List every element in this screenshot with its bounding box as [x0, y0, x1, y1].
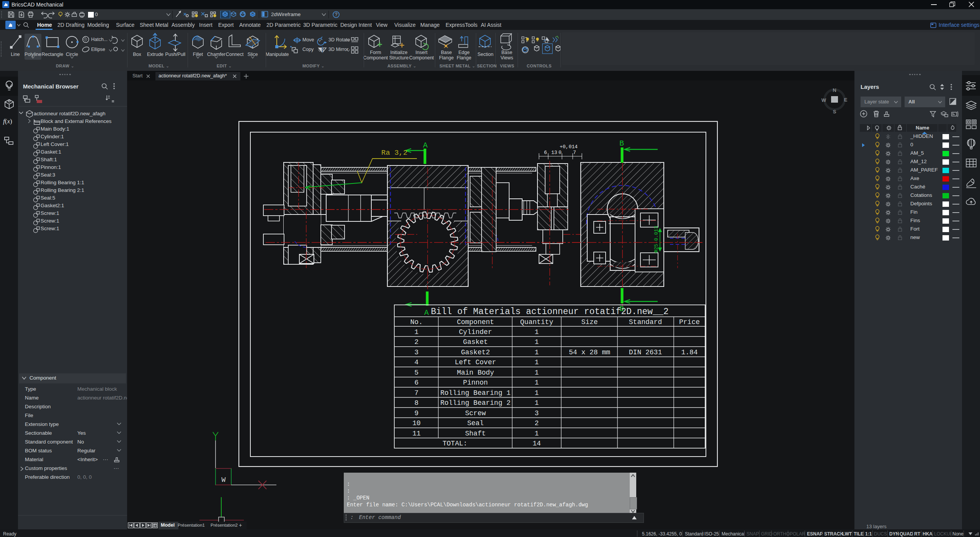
svg-text:1: 1 — [535, 399, 539, 407]
svg-text:S: S — [833, 109, 836, 115]
svg-text:54 x 28 mm: 54 x 28 mm — [569, 349, 610, 356]
svg-text:1: 1 — [535, 328, 539, 336]
svg-text:Left Cover: Left Cover — [455, 359, 496, 366]
svg-text:W: W — [222, 476, 226, 484]
svg-text:1: 1 — [415, 328, 419, 336]
svg-text:1: 1 — [535, 359, 539, 366]
svg-text:0: 0 — [559, 150, 562, 156]
svg-text:TOTAL:: TOTAL: — [443, 440, 467, 447]
svg-text:A: A — [423, 141, 428, 150]
svg-text:B: B — [619, 139, 624, 148]
svg-text:2: 2 — [415, 338, 419, 346]
svg-text:11: 11 — [412, 430, 421, 437]
svg-text:Price: Price — [679, 318, 700, 326]
svg-text:1: 1 — [535, 338, 539, 346]
svg-text:2: 2 — [535, 419, 539, 427]
svg-text:Size: Size — [581, 318, 598, 326]
svg-text:?: ? — [335, 12, 338, 17]
svg-text:1: 1 — [535, 430, 539, 437]
svg-text:Seal: Seal — [467, 419, 483, 427]
svg-text:3: 3 — [535, 409, 539, 417]
svg-text:14: 14 — [532, 440, 541, 447]
svg-text:E: E — [844, 97, 848, 103]
svg-text:Standard: Standard — [629, 318, 662, 326]
svg-text:Component: Component — [457, 318, 494, 326]
svg-text:W: W — [822, 97, 826, 103]
svg-text:7: 7 — [415, 389, 419, 397]
svg-text:DIN 2631: DIN 2631 — [629, 349, 662, 356]
svg-text:6: 6 — [544, 150, 547, 156]
svg-text:7: 7 — [573, 150, 576, 156]
svg-text:Cylinder: Cylinder — [459, 328, 492, 336]
svg-text:Bill of Materials actionneur r: Bill of Materials actionneur rotatif2D.n… — [431, 307, 668, 317]
svg-text:Screw: Screw — [465, 409, 486, 417]
svg-text:3: 3 — [415, 349, 419, 356]
svg-text:1.84: 1.84 — [681, 349, 697, 356]
svg-text:Gasket2: Gasket2 — [461, 349, 490, 356]
svg-text:6: 6 — [415, 379, 419, 386]
svg-text:1: 1 — [535, 369, 539, 377]
svg-text:Main Body: Main Body — [457, 369, 494, 377]
svg-text:Quantity: Quantity — [520, 318, 554, 326]
svg-text:A: A — [424, 308, 429, 317]
svg-text:4: 4 — [415, 359, 419, 366]
svg-text:No.: No. — [410, 318, 423, 326]
svg-text:1: 1 — [535, 389, 539, 397]
svg-text:9: 9 — [415, 409, 419, 417]
svg-text:Pinnon: Pinnon — [463, 379, 488, 386]
svg-text:1: 1 — [535, 349, 539, 356]
svg-text:N: N — [833, 87, 836, 93]
svg-text:10: 10 — [412, 419, 421, 427]
svg-text:13: 13 — [551, 150, 557, 156]
svg-text:+0,014: +0,014 — [560, 144, 578, 150]
svg-text:Gasket: Gasket — [463, 338, 488, 346]
svg-text:5: 5 — [415, 369, 419, 377]
svg-text:Ra 3,2: Ra 3,2 — [381, 149, 407, 157]
svg-text:Rolling Bearing 2: Rolling Bearing 2 — [440, 399, 511, 407]
svg-text:1: 1 — [535, 379, 539, 386]
svg-text:8: 8 — [415, 399, 419, 407]
svg-text:Rolling Bearing 1: Rolling Bearing 1 — [440, 389, 511, 397]
svg-text:Φ25-0.013: Φ25-0.013 — [653, 226, 659, 253]
svg-text:Shaft: Shaft — [465, 430, 486, 437]
